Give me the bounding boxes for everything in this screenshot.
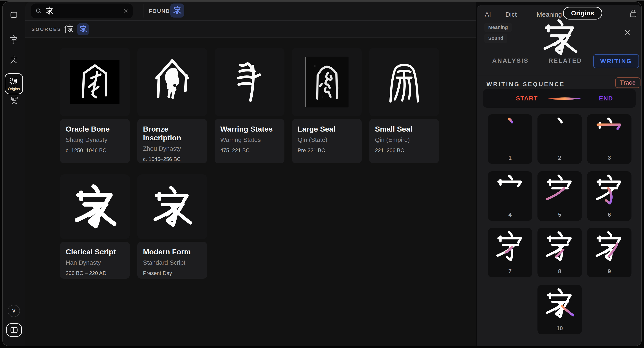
oracle-bone-tile: [70, 60, 120, 104]
found-label: FOUND: [149, 2, 170, 21]
jia-glyph: [79, 24, 87, 34]
sidebar-item-wen[interactable]: [9, 55, 19, 65]
script-card-subtitle: Han Dynasty: [66, 259, 124, 266]
script-card-date: 475–221 BC: [220, 147, 279, 154]
legend-start-label: START: [516, 89, 538, 108]
stroke-step-number: 5: [538, 211, 582, 218]
script-card-date: c. 1046–256 BC: [143, 156, 202, 162]
legend-end-label: END: [599, 89, 613, 108]
sidebar-item-lan[interactable]: [9, 96, 19, 105]
stroke-step-card[interactable]: 1: [488, 114, 532, 164]
script-card-title: Modern Form: [143, 247, 202, 256]
script-card[interactable]: Large SealQin (State)Pre-221 BC: [292, 48, 362, 163]
lock-icon[interactable]: [629, 8, 637, 18]
script-card-title: Warring States: [220, 125, 279, 133]
search-icon: [35, 8, 42, 14]
search-header: FOUND: [25, 2, 476, 21]
stroke-step-number: 8: [538, 268, 582, 275]
script-card-title: Bronze Inscription: [143, 125, 202, 142]
origins-glyph: [9, 76, 18, 86]
writing-sequence-heading: WRITING SEQUENCE: [486, 81, 565, 88]
left-sidebar: Origins V: [3, 2, 25, 346]
close-icon[interactable]: [624, 29, 631, 36]
script-card-date: 221–206 BC: [375, 147, 433, 154]
found-char-glyph: [173, 5, 182, 15]
source-option-jia-variant[interactable]: [63, 24, 74, 35]
source-option-jia[interactable]: [77, 23, 89, 35]
stroke-step-number: 6: [587, 211, 632, 218]
stroke-step-number: 7: [488, 268, 532, 275]
sidebar-origins-label: Origins: [8, 87, 20, 91]
search-input[interactable]: [31, 3, 133, 18]
sources-bar: SOURCES: [25, 21, 476, 38]
script-card-subtitle: Warring States: [220, 136, 279, 143]
script-card[interactable]: Clerical ScriptHan Dynasty206 BC – 220 A…: [60, 174, 130, 279]
subtab-related[interactable]: RELATED: [548, 57, 582, 64]
script-card-date: 206 BC – 220 AD: [66, 270, 124, 276]
search-clear-icon[interactable]: [123, 8, 128, 14]
script-card-subtitle: Qin (State): [298, 136, 356, 143]
subtab-analysis[interactable]: ANALYSIS: [492, 57, 529, 64]
large-seal-glyph-image[interactable]: [292, 48, 362, 116]
trace-button[interactable]: Trace: [615, 77, 640, 88]
script-card-info: Large SealQin (State)Pre-221 BC: [292, 119, 362, 163]
sidebar-item-yu[interactable]: [9, 35, 19, 44]
stroke-step-card[interactable]: 10: [538, 285, 582, 335]
avatar[interactable]: V: [8, 305, 20, 317]
stroke-step-card[interactable]: 8: [538, 228, 582, 277]
stroke-step-number: 2: [538, 154, 582, 161]
script-card[interactable]: Warring StatesWarring States475–221 BC: [214, 48, 284, 163]
clerical-glyph-image[interactable]: [60, 174, 130, 239]
stroke-step-card[interactable]: 2: [538, 114, 582, 164]
stroke-step-number: 10: [538, 325, 582, 332]
stroke-step-number: 4: [488, 211, 532, 218]
meaning-chip[interactable]: Meaning: [484, 22, 512, 32]
search-value-glyph: [45, 6, 54, 16]
stroke-step-number: 9: [587, 268, 632, 275]
modern-glyph-image[interactable]: [137, 174, 207, 239]
main-content: FOUND SOURCES Oracle BoneShang Dynastyc.…: [25, 2, 476, 346]
script-card-title: Oracle Bone: [66, 125, 124, 133]
script-card-date: Pre-221 BC: [298, 147, 356, 154]
script-card-info: Bronze InscriptionZhou Dynastyc. 1046–25…: [137, 119, 207, 163]
jia-variant-glyph: [64, 24, 73, 35]
app-window: Origins V FOUND: [2, 1, 642, 346]
stroke-step-card[interactable]: 7: [488, 228, 532, 277]
tab-ai[interactable]: AI: [485, 9, 491, 20]
sidebar-item-origins[interactable]: Origins: [4, 73, 23, 94]
sources-label: SOURCES: [32, 21, 62, 38]
small-seal-glyph-image[interactable]: [369, 48, 439, 116]
stroke-step-card[interactable]: 3: [587, 114, 632, 164]
stroke-step-card[interactable]: 6: [587, 171, 632, 221]
script-card-subtitle: Zhou Dynasty: [143, 145, 202, 152]
script-card[interactable]: Oracle BoneShang Dynastyc. 1250–1046 BC: [60, 48, 130, 163]
script-card-title: Clerical Script: [66, 247, 124, 256]
script-card-info: Oracle BoneShang Dynastyc. 1250–1046 BC: [60, 119, 130, 163]
script-card[interactable]: Small SealQin (Empire)221–206 BC: [369, 48, 439, 163]
sound-chip[interactable]: Sound: [484, 33, 507, 43]
script-card-title: Large Seal: [298, 125, 356, 133]
stroke-step-card[interactable]: 5: [538, 171, 582, 221]
panel-toggle-button[interactable]: [6, 323, 22, 337]
script-card-subtitle: Qin (Empire): [375, 136, 433, 143]
stroke-step-card[interactable]: 4: [488, 171, 532, 221]
found-result-chip[interactable]: [170, 3, 184, 17]
sidebar-toggle-icon[interactable]: [9, 10, 19, 20]
script-card-subtitle: Standard Script: [143, 259, 202, 266]
bronze-glyph-image[interactable]: [137, 48, 207, 116]
script-card-info: Clerical ScriptHan Dynasty206 BC – 220 A…: [60, 242, 130, 279]
script-card-info: Warring StatesWarring States475–221 BC: [214, 119, 284, 163]
tab-dict[interactable]: Dict: [506, 9, 517, 20]
subtab-writing[interactable]: WRITING: [593, 54, 639, 68]
origins-panel: AI Dict Meaning Origins Meaning Sound AN…: [477, 5, 642, 346]
warring-glyph-image[interactable]: [214, 48, 284, 116]
script-card-subtitle: Shang Dynasty: [66, 136, 124, 143]
script-card[interactable]: Bronze InscriptionZhou Dynastyc. 1046–25…: [137, 48, 207, 163]
oracle-glyph-image[interactable]: [60, 48, 130, 116]
stroke-step-number: 3: [587, 154, 632, 161]
stroke-step-card[interactable]: 9: [587, 228, 632, 277]
script-card-title: Small Seal: [375, 125, 433, 133]
script-card[interactable]: Modern FormStandard ScriptPresent Day: [137, 174, 207, 279]
stroke-direction-legend: START END: [483, 89, 636, 108]
panel-character-glyph: [540, 18, 580, 58]
